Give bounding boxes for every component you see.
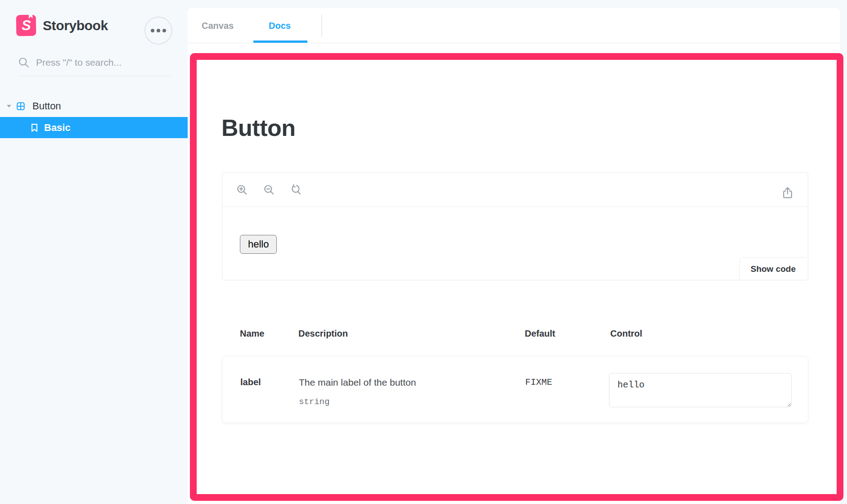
storybook-logo-icon: S (16, 15, 36, 36)
sidebar-item-button-component[interactable]: Button (0, 96, 188, 116)
show-code-button[interactable]: Show code (739, 257, 806, 280)
sidebar-item-basic-story[interactable]: Basic (0, 117, 188, 138)
args-table-row: label The main label of the button strin… (222, 356, 808, 423)
arg-default: FIXME (525, 356, 611, 423)
story-hello-button[interactable]: hello (240, 235, 277, 254)
zoom-out-icon[interactable] (263, 184, 275, 196)
brand: S Storybook (16, 15, 108, 36)
sidebar-item-label: Button (32, 100, 61, 112)
column-header-control: Control (610, 327, 790, 340)
ellipsis-icon (151, 29, 154, 32)
column-header-default: Default (525, 327, 610, 340)
share-icon[interactable] (781, 186, 793, 198)
args-table-header: Name Description Default Control (222, 327, 808, 340)
active-tab-underline (253, 40, 307, 43)
story-preview-card: hello Show code (222, 172, 808, 280)
page-title: Button (221, 114, 295, 141)
sidebar-menu-button[interactable] (144, 17, 172, 45)
search-icon (18, 57, 30, 68)
search-box (18, 57, 170, 76)
zoom-reset-icon[interactable] (290, 184, 302, 196)
tab-bar: Canvas Docs (188, 8, 840, 43)
column-header-description: Description (298, 327, 525, 340)
column-header-name: Name (240, 327, 298, 340)
caret-down-icon[interactable] (6, 104, 12, 108)
tab-canvas[interactable]: Canvas (202, 8, 234, 43)
arg-control-textarea[interactable]: hello (609, 373, 792, 407)
arg-description: The main label of the button (299, 377, 525, 388)
zoom-in-icon[interactable] (236, 184, 248, 196)
story-canvas: hello Show code (222, 207, 808, 280)
preview-toolbar (222, 173, 808, 207)
sidebar: S Storybook But (0, 0, 188, 504)
storybook-app: S Storybook But (0, 0, 847, 504)
component-grid-icon (17, 102, 25, 110)
tab-docs[interactable]: Docs (269, 8, 291, 43)
sidebar-item-label: Basic (44, 122, 71, 134)
bookmark-icon (31, 123, 38, 132)
arg-type: string (299, 397, 525, 407)
arg-name: label (240, 356, 299, 423)
search-input[interactable] (36, 57, 158, 68)
brand-title: Storybook (43, 18, 108, 33)
tab-divider (321, 14, 322, 37)
